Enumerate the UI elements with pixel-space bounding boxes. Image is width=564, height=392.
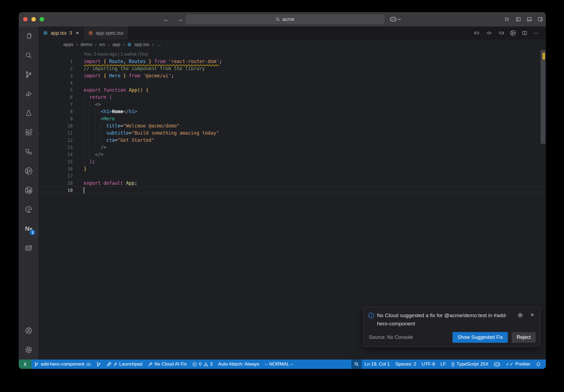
close-window-button[interactable] (23, 17, 28, 21)
sidebar-item-explorer[interactable] (19, 26, 39, 46)
search-icon (276, 17, 280, 21)
code-line[interactable]: 12 cta="Get Started" (39, 137, 546, 144)
toggle-secondary-sidebar-button[interactable] (535, 12, 546, 26)
sidebar-item-run-debug[interactable] (19, 84, 39, 104)
launchpad-status[interactable]: Launchpad (104, 360, 145, 369)
code-line[interactable]: 6 return ( (39, 94, 546, 101)
sidebar-item-containers[interactable] (19, 238, 39, 258)
scrollbar-thumb[interactable] (541, 50, 546, 144)
code-line[interactable]: 13 /> (39, 144, 546, 151)
breadcrumb-src[interactable]: src (99, 42, 105, 47)
code-line[interactable]: 9 <Hero (39, 115, 546, 122)
toggle-primary-sidebar-button[interactable] (513, 12, 524, 26)
code-text: <> (84, 101, 101, 108)
previous-change-icon[interactable] (474, 31, 480, 35)
sidebar-item-project-graph[interactable] (19, 142, 39, 161)
code-line[interactable]: 18export default App; (39, 179, 546, 187)
code-line[interactable]: 1import { Route, Routes } from 'react-ro… (39, 58, 546, 65)
traffic-lights (23, 17, 44, 21)
search-value: acme (282, 17, 294, 22)
close-tab-icon[interactable]: × (76, 30, 79, 36)
more-actions-icon[interactable]: ⋯ (533, 30, 539, 36)
next-change-icon[interactable] (498, 31, 504, 35)
code-line[interactable]: 7 <> (39, 101, 546, 108)
problems-status[interactable]: 0 3 (189, 360, 215, 369)
breadcrumb-demo[interactable]: demo (80, 42, 92, 47)
sidebar-item-edge-devtools[interactable] (19, 200, 39, 219)
command-center-search[interactable]: acme (186, 15, 384, 24)
tab-app-spec-tsx[interactable]: app.spec.tsx (83, 26, 128, 40)
nx-cloud-fix-status[interactable]: Nx Cloud AI Fix (145, 360, 189, 369)
breadcrumb-symbol[interactable]: … (156, 42, 161, 47)
split-editor-icon[interactable] (522, 31, 527, 36)
formatter-status[interactable]: ✓✓ Prettier (503, 360, 533, 369)
sidebar-item-source-control[interactable] (19, 65, 39, 84)
indentation-status[interactable]: Spaces: 2 (393, 360, 419, 369)
tab-app-tsx[interactable]: app.tsx 3 × (39, 26, 83, 40)
breadcrumb-file[interactable]: app.tsx (134, 42, 150, 47)
info-icon (368, 312, 374, 318)
sidebar-item-extensions[interactable] (19, 123, 39, 142)
git-branch-status[interactable]: add-hero-component (31, 360, 94, 369)
sidebar-right-icon (538, 17, 543, 22)
copilot-status[interactable] (491, 360, 503, 369)
code-line[interactable]: 17 (39, 172, 546, 179)
breadcrumb-separator: › (123, 42, 124, 47)
copilot-menu-button[interactable] (390, 12, 401, 26)
revision-icon[interactable] (486, 31, 492, 35)
indent-guide (84, 158, 84, 165)
code-line[interactable]: 11 subtitle="Build something amazing tod… (39, 129, 546, 137)
indent-guide (95, 122, 95, 129)
code-line[interactable]: 19 (39, 187, 546, 194)
zoom-status[interactable] (351, 360, 362, 369)
encoding-status[interactable]: UTF-8 (419, 360, 438, 369)
remote-indicator[interactable] (19, 360, 31, 369)
notification-close-icon[interactable]: × (530, 311, 534, 318)
sidebar-item-git-graph[interactable] (19, 161, 39, 181)
remote-icon (23, 362, 27, 366)
navigate-forward-button[interactable]: → (177, 15, 183, 23)
sidebar-item-testing[interactable] (19, 104, 39, 123)
zoom-window-button[interactable] (40, 17, 44, 21)
indent-guide (89, 115, 90, 122)
notifications-status[interactable] (533, 360, 544, 369)
code-line[interactable]: 8 <h1>Home</h1> (39, 108, 546, 115)
vertical-scrollbar[interactable] (540, 50, 546, 360)
breadcrumb-apps[interactable]: apps (63, 42, 74, 47)
code-line[interactable]: 4 (39, 79, 546, 86)
code-line[interactable]: 3import { Hero } from '@acme/ui'; (39, 72, 546, 79)
code-line[interactable]: 5export function App() { (39, 86, 546, 94)
cursor-position-status[interactable]: Ln 19, Col 1 (362, 360, 393, 369)
navigate-back-button[interactable]: ← (163, 15, 170, 23)
toggle-panel-button[interactable] (524, 12, 535, 26)
eol-status[interactable]: LF (438, 360, 449, 369)
auto-attach-status[interactable]: Auto Attach: Always (215, 360, 262, 369)
minimize-window-button[interactable] (31, 17, 36, 21)
show-suggested-fix-button[interactable]: Show Suggested Fix (452, 332, 508, 343)
sidebar-item-gitlens[interactable] (19, 181, 39, 200)
code-line[interactable]: 14 </> (39, 151, 546, 158)
settings-button[interactable] (19, 340, 39, 360)
sidebar-item-search[interactable] (19, 46, 39, 65)
double-check-icon: ✓✓ (506, 361, 514, 367)
sidebar-item-nx-console[interactable]: N» 1 (19, 219, 39, 238)
customize-layout-button[interactable] (502, 12, 513, 26)
branch-icon (34, 362, 39, 367)
account-button[interactable] (19, 321, 39, 340)
notification-settings-icon[interactable] (517, 312, 523, 318)
vim-mode-status[interactable]: -- NORMAL -- (262, 360, 296, 369)
breadcrumb-app[interactable]: app (112, 42, 120, 47)
code-line[interactable]: 16} (39, 165, 546, 172)
search-icon (25, 52, 32, 59)
indent-guide (89, 129, 90, 137)
code-line[interactable]: 15 ); (39, 158, 546, 165)
reject-button[interactable]: Reject (512, 332, 536, 343)
file-history-icon[interactable] (510, 30, 516, 36)
line-number: 5 (47, 88, 73, 93)
editor[interactable]: You, 3 hours ago | 1 author (You) 1impor… (39, 50, 546, 360)
code-line[interactable]: 2// importing the component from the lib… (39, 65, 546, 72)
indent-guide (95, 129, 95, 137)
language-mode-status[interactable]: {} TypeScript JSX (449, 360, 491, 369)
code-line[interactable]: 10 title="Welcmoe @acme/demo" (39, 122, 546, 129)
git-graph-status[interactable] (94, 360, 104, 369)
